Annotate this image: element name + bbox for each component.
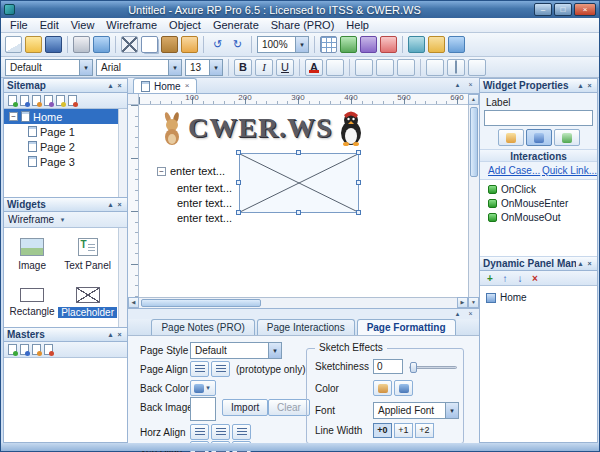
resize-handle-sw[interactable] — [236, 210, 241, 215]
back-image-preview[interactable] — [190, 397, 216, 421]
share-icon[interactable] — [448, 36, 465, 53]
collapse-panel-icon[interactable]: ▴ — [453, 81, 462, 89]
event-onclick[interactable]: OnClick — [480, 182, 597, 196]
print-icon[interactable] — [73, 36, 90, 53]
menu-help[interactable]: Help — [340, 18, 375, 33]
close-panel-icon[interactable]: × — [466, 81, 475, 89]
scroll-up-icon[interactable]: ▲ — [468, 94, 479, 105]
tree-collapse-icon[interactable]: − — [157, 167, 166, 176]
cut-icon[interactable] — [121, 36, 138, 53]
page-style-select[interactable]: Default ▾ — [190, 342, 282, 359]
line-style-button[interactable] — [468, 59, 486, 76]
sitemap-item-page1[interactable]: Page 1 — [4, 124, 127, 139]
resize-handle-e[interactable] — [356, 180, 361, 185]
move-down-icon[interactable]: ↓ — [514, 272, 526, 285]
guides-icon[interactable] — [340, 36, 357, 53]
delete-panel-icon[interactable]: × — [529, 272, 541, 285]
tab-page-formatting[interactable]: Page Formatting — [357, 319, 456, 335]
collapse-panel-icon[interactable]: ▴ — [453, 310, 462, 318]
scroll-thumb[interactable] — [470, 107, 478, 177]
add-child-page-icon[interactable] — [20, 95, 29, 106]
page-align-center-button[interactable] — [211, 361, 230, 377]
sketch-color-blue-button[interactable] — [394, 380, 413, 396]
maximize-button[interactable]: □ — [554, 3, 572, 16]
delete-master-icon[interactable] — [44, 344, 53, 355]
style-select[interactable]: Default ▾ — [5, 59, 93, 76]
close-panel-icon[interactable]: × — [115, 201, 124, 208]
widget-placeholder[interactable]: Placeholder — [58, 278, 117, 326]
font-select[interactable]: Arial ▾ — [96, 59, 182, 76]
collapse-panel-icon[interactable]: ▴ — [106, 331, 115, 339]
tab-close-icon[interactable]: × — [185, 82, 190, 90]
align-right-button[interactable] — [397, 59, 415, 76]
event-onmouseout[interactable]: OnMouseOut — [480, 210, 597, 224]
add-panel-icon[interactable]: + — [484, 272, 496, 285]
menu-file[interactable]: File — [4, 18, 34, 33]
scroll-right-icon[interactable]: ▶ — [457, 297, 468, 308]
resize-handle-n[interactable] — [296, 150, 301, 155]
sitemap-item-page3[interactable]: Page 3 — [4, 154, 127, 169]
align-left-button[interactable] — [355, 59, 373, 76]
minimize-button[interactable]: – — [534, 3, 552, 16]
font-size-select[interactable]: 13 ▾ — [185, 59, 223, 76]
tab-formatting[interactable] — [554, 129, 580, 146]
widget-image[interactable]: Image — [6, 230, 58, 278]
zoom-select[interactable]: 100% ▾ — [257, 36, 309, 53]
indent-page-icon[interactable] — [56, 95, 65, 106]
widget-text-panel[interactable]: Text Panel — [58, 230, 117, 278]
quick-link[interactable]: Quick Link... — [542, 165, 597, 176]
generate-html-icon[interactable] — [408, 36, 425, 53]
new-icon[interactable] — [5, 36, 22, 53]
fill-color-button[interactable] — [326, 59, 344, 76]
preview-icon[interactable] — [93, 36, 110, 53]
close-panel-icon[interactable]: × — [115, 331, 124, 338]
grid-icon[interactable] — [320, 36, 337, 53]
bold-button[interactable]: B — [234, 59, 252, 76]
close-panel-icon[interactable]: × — [115, 82, 124, 89]
canvas-horizontal-scrollbar[interactable]: ◀ ▶ — [128, 297, 468, 308]
tab-page-notes[interactable]: Page Notes (PRO) — [151, 319, 254, 335]
generate-word-icon[interactable] — [428, 36, 445, 53]
resize-handle-se[interactable] — [356, 210, 361, 215]
annotations-icon[interactable] — [380, 36, 397, 53]
sitemap-item-page2[interactable]: Page 2 — [4, 139, 127, 154]
font-color-button[interactable]: A — [305, 59, 323, 76]
resize-handle-ne[interactable] — [356, 150, 361, 155]
line-width-2-button[interactable]: +2 — [415, 423, 434, 438]
add-page-icon[interactable] — [8, 95, 17, 106]
horz-align-right-button[interactable] — [232, 424, 251, 440]
dynamic-panel-icon[interactable] — [360, 36, 377, 53]
design-canvas[interactable]: CWER.WS − enter text... enter — [139, 105, 468, 297]
canvas-vertical-scrollbar[interactable]: ▲ ▼ — [468, 94, 479, 308]
horz-align-center-button[interactable] — [211, 424, 230, 440]
add-master-folder-icon[interactable] — [20, 344, 29, 355]
scroll-down-icon[interactable]: ▼ — [468, 297, 479, 308]
tab-page-interactions[interactable]: Page Interactions — [257, 319, 355, 335]
move-up-icon[interactable]: ↑ — [499, 272, 511, 285]
menu-generate[interactable]: Generate — [207, 18, 265, 33]
align-center-button[interactable] — [376, 59, 394, 76]
border-style-button[interactable] — [447, 59, 465, 76]
menu-view[interactable]: View — [65, 18, 101, 33]
collapse-panel-icon[interactable]: ▴ — [106, 82, 115, 90]
widget-library-select[interactable]: Wireframe ▾ — [4, 212, 127, 228]
menu-share[interactable]: Share (PRO) — [265, 18, 341, 33]
import-button[interactable]: Import — [222, 399, 268, 416]
close-button[interactable]: × — [574, 3, 596, 16]
back-color-button[interactable]: ▾ — [190, 380, 216, 396]
widget-label-input[interactable] — [484, 110, 593, 126]
tree-widget-child[interactable]: enter text... — [177, 212, 232, 224]
move-down-icon[interactable] — [44, 95, 53, 106]
widgets-scrollbar[interactable] — [118, 228, 127, 327]
collapse-panel-icon[interactable]: ▴ — [106, 201, 115, 209]
dynamic-panel-item-home[interactable]: Home — [480, 290, 597, 305]
close-panel-icon[interactable]: × — [585, 260, 594, 267]
add-case-link[interactable]: Add Case... — [488, 165, 540, 176]
menu-object[interactable]: Object — [163, 18, 207, 33]
sitemap-item-home[interactable]: − Home — [4, 109, 127, 124]
delete-page-icon[interactable] — [68, 95, 77, 106]
collapse-panel-icon[interactable]: ▴ — [576, 260, 585, 268]
bullet-list-button[interactable] — [426, 59, 444, 76]
tree-widget-root[interactable]: − enter text... — [157, 165, 225, 177]
tree-collapse-icon[interactable]: − — [9, 112, 18, 121]
